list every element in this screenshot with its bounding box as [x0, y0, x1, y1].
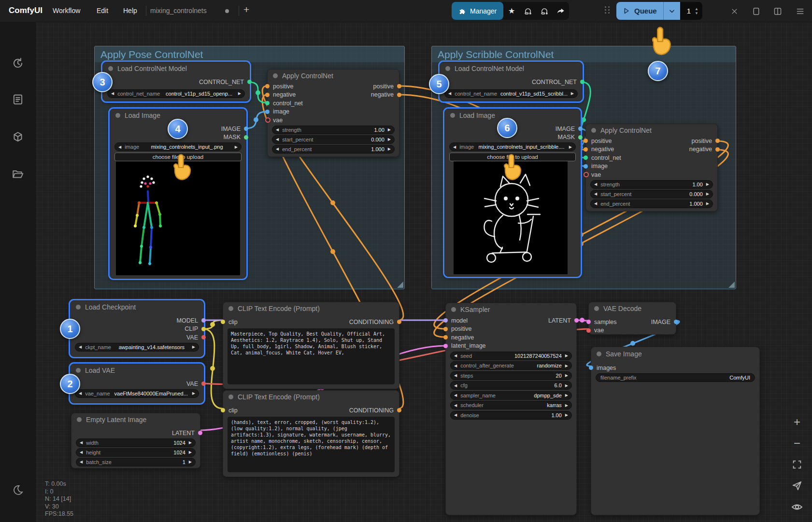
- input-slot[interactable]: [584, 164, 588, 169]
- input-slot[interactable]: [221, 408, 225, 412]
- logs-button[interactable]: [12, 93, 24, 106]
- maximize-button[interactable]: [750, 5, 762, 17]
- control-after-generate-widget[interactable]: ◀control_after_generaterandomize▶: [450, 361, 572, 370]
- node-load-controlnet-scribble[interactable]: Load ControlNet Model CONTROL_NET ◀ cont…: [440, 62, 583, 101]
- clean-workflow-button[interactable]: [520, 2, 536, 20]
- group-resize-handle[interactable]: [728, 282, 735, 288]
- queue-options-button[interactable]: [663, 2, 680, 20]
- strength-widget[interactable]: ◀strength1.00▶: [272, 126, 395, 134]
- image-select-widget[interactable]: ◀ image mixing_controlnets_input_scribbl…: [449, 142, 576, 151]
- next-arrow-icon[interactable]: ▶: [565, 353, 568, 358]
- batch-count-stepper[interactable]: ▲▼: [695, 7, 698, 15]
- output-slot[interactable]: [574, 318, 579, 323]
- input-slot[interactable]: [443, 335, 448, 339]
- prev-arrow-icon[interactable]: ◀: [454, 373, 457, 378]
- vae-name-widget[interactable]: ◀ vae_name vaeFtMse840000EmaPruned... ▶: [75, 389, 199, 398]
- next-arrow-icon[interactable]: ▶: [189, 440, 192, 445]
- next-arrow-icon[interactable]: ▶: [565, 393, 568, 397]
- node-save-image[interactable]: Save Image images filename_prefix ComfyU…: [591, 347, 760, 515]
- controlnet-name-widget[interactable]: ◀ control_net_name control_v11p_sd15_scr…: [444, 89, 578, 98]
- end-percent-widget[interactable]: ◀end_percent1.000▶: [272, 145, 395, 154]
- next-arrow-icon[interactable]: ▶: [569, 145, 572, 149]
- theme-toggle-button[interactable]: [12, 484, 24, 496]
- prev-arrow-icon[interactable]: ◀: [118, 145, 121, 149]
- next-arrow-icon[interactable]: ▶: [388, 137, 391, 141]
- zoom-in-button[interactable]: +: [794, 411, 800, 433]
- seed-widget[interactable]: ◀seed1021287240057524▶: [450, 352, 572, 360]
- new-workflow-button[interactable]: +: [243, 4, 249, 15]
- input-slot[interactable]: [584, 139, 588, 143]
- prev-arrow-icon[interactable]: ◀: [111, 91, 114, 96]
- input-slot-vae[interactable]: [265, 117, 271, 123]
- next-arrow-icon[interactable]: ▶: [565, 413, 568, 417]
- end-percent-widget[interactable]: ◀end_percent1.000▶: [590, 199, 713, 208]
- group-scribble-header[interactable]: Apply Scribble ControlNet: [432, 46, 736, 62]
- width-widget[interactable]: ◀width1024▶: [76, 438, 196, 447]
- output-slot[interactable]: [201, 318, 206, 323]
- output-slot[interactable]: [198, 431, 202, 435]
- prev-arrow-icon[interactable]: ◀: [454, 413, 457, 417]
- node-apply-controlnet-pose[interactable]: Apply ControlNet positivepositive negati…: [267, 69, 399, 157]
- scheduler-widget[interactable]: ◀schedulerkarras▶: [450, 401, 572, 409]
- prev-arrow-icon[interactable]: ◀: [448, 91, 451, 96]
- prev-arrow-icon[interactable]: ◀: [80, 440, 83, 445]
- input-slot[interactable]: [443, 318, 448, 323]
- input-slot[interactable]: [265, 101, 270, 105]
- node-load-controlnet-pose[interactable]: Load ControlNet Model CONTROL_NET ◀ cont…: [102, 62, 250, 101]
- next-arrow-icon[interactable]: ▶: [238, 91, 241, 96]
- interrupt-button[interactable]: [728, 5, 740, 17]
- prev-arrow-icon[interactable]: ◀: [80, 460, 83, 464]
- next-arrow-icon[interactable]: ▶: [706, 201, 709, 206]
- ckpt-name-widget[interactable]: ◀ ckpt_name awpainting_v14.safetensors ▶: [75, 343, 199, 352]
- split-panel-button[interactable]: [772, 5, 784, 17]
- start-percent-widget[interactable]: ◀start_percent0.000▶: [272, 135, 395, 144]
- toggle-visibility-button[interactable]: [791, 496, 803, 518]
- input-slot-vae[interactable]: [584, 172, 589, 177]
- fit-view-button[interactable]: [792, 454, 802, 475]
- input-slot[interactable]: [586, 328, 591, 333]
- input-slot[interactable]: [265, 93, 270, 97]
- batch-count-value[interactable]: 1: [687, 7, 691, 15]
- start-percent-widget[interactable]: ◀start_percent0.000▶: [590, 190, 713, 198]
- model-library-button[interactable]: [12, 131, 24, 143]
- node-load-vae[interactable]: Load VAE VAE ◀ vae_name vaeFtMse840000Em…: [70, 364, 204, 403]
- output-slot[interactable]: [578, 135, 583, 140]
- prompt-textarea[interactable]: Masterpiece, Top Quality, Best Quality, …: [228, 328, 395, 384]
- next-arrow-icon[interactable]: ▶: [192, 391, 195, 395]
- prompt-textarea[interactable]: (hands), text, error, cropped, (worst qu…: [228, 417, 395, 472]
- output-slot[interactable]: [201, 335, 206, 339]
- prev-arrow-icon[interactable]: ◀: [454, 383, 457, 388]
- next-arrow-icon[interactable]: ▶: [565, 383, 568, 388]
- manager-button[interactable]: Manager: [452, 2, 503, 20]
- height-widget[interactable]: ◀height1024▶: [76, 448, 196, 457]
- menu-edit[interactable]: Edit: [97, 7, 108, 14]
- prev-arrow-icon[interactable]: ◀: [454, 393, 457, 397]
- next-arrow-icon[interactable]: ▶: [565, 364, 568, 368]
- input-slot[interactable]: [584, 155, 588, 160]
- strength-widget[interactable]: ◀strength1.00▶: [590, 180, 713, 189]
- input-slot[interactable]: [586, 320, 591, 324]
- workflows-button[interactable]: [12, 168, 24, 181]
- prev-arrow-icon[interactable]: ◀: [80, 450, 83, 454]
- batch-size-widget[interactable]: ◀batch_size1▶: [76, 458, 196, 466]
- denoise-widget[interactable]: ◀denoise1.00▶: [450, 411, 572, 420]
- output-slot[interactable]: [201, 381, 206, 386]
- toolbar-drag-handle[interactable]: [605, 6, 610, 14]
- input-slot[interactable]: [443, 327, 448, 331]
- output-slot[interactable]: [674, 320, 678, 324]
- next-arrow-icon[interactable]: ▶: [565, 403, 568, 408]
- node-empty-latent-image[interactable]: Empty Latent Image LATENT ◀width1024▶ ◀h…: [71, 413, 200, 468]
- next-arrow-icon[interactable]: ▶: [706, 182, 709, 186]
- next-arrow-icon[interactable]: ▶: [565, 373, 568, 378]
- next-arrow-icon[interactable]: ▶: [706, 192, 709, 196]
- prev-arrow-icon[interactable]: ◀: [276, 137, 279, 141]
- input-slot[interactable]: [443, 344, 448, 348]
- controlnet-name-widget[interactable]: ◀ control_net_name control_v11p_sd15_ope…: [107, 89, 245, 98]
- cfg-widget[interactable]: ◀cfg6.0▶: [450, 381, 572, 390]
- node-apply-controlnet-scribble[interactable]: Apply ControlNet positivepositive negati…: [585, 124, 718, 212]
- zoom-out-button[interactable]: −: [794, 433, 800, 454]
- input-slot[interactable]: [265, 84, 270, 88]
- group-pose-header[interactable]: Apply Pose ControlNet: [95, 46, 404, 62]
- node-graph-canvas[interactable]: Apply Pose ControlNet Apply Scribble Con…: [0, 0, 812, 522]
- next-arrow-icon[interactable]: ▶: [388, 147, 391, 151]
